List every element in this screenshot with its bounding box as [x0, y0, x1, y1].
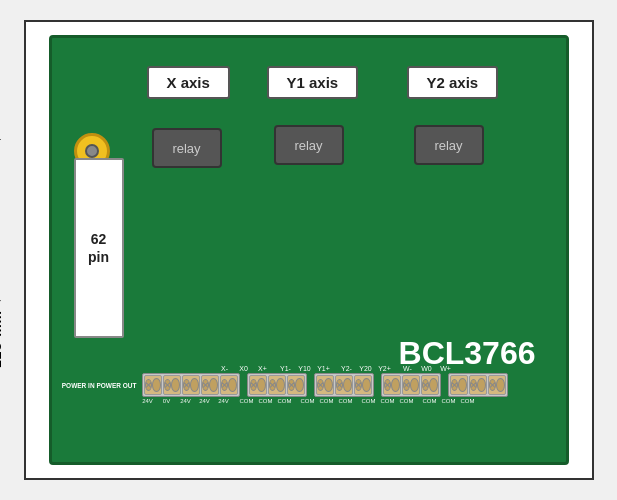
term-screw [144, 375, 162, 395]
dimension-indicator: 128 mm [0, 132, 4, 368]
relay-x-button[interactable]: relay [152, 128, 222, 168]
bottom-label-com11: COM [440, 398, 458, 404]
pin-label: 62 pin [88, 230, 109, 266]
arrow-up-icon [0, 132, 1, 140]
label-y20: Y20 [357, 365, 375, 372]
bottom-label-com8: COM [379, 398, 397, 404]
label-y1plus: Y1+ [315, 365, 333, 372]
terminals-area: X- X0 X+ Y1- Y10 Y1+ Y2- Y20 Y2+ [57, 352, 561, 457]
label-y2minus: Y2- [338, 365, 356, 372]
label-wplus: W+ [437, 365, 455, 372]
bottom-label-com1: COM [238, 398, 256, 404]
bottom-label-com10: COM [421, 398, 439, 404]
bottom-label-24v2: 24V [177, 398, 195, 404]
relay-y1-button[interactable]: relay [274, 125, 344, 165]
term-screw [182, 375, 200, 395]
label-y1minus: Y1- [277, 365, 295, 372]
term-screw [287, 375, 305, 395]
label-w0: W0 [418, 365, 436, 372]
term-screw [316, 375, 334, 395]
relay-y2-button[interactable]: relay [414, 125, 484, 165]
dimension-label: 128 mm [0, 310, 4, 368]
bottom-label-com12: COM [459, 398, 477, 404]
term-screw [354, 375, 372, 395]
outer-frame: 128 mm X axis Y1 axis Y2 axis relay rela… [24, 20, 594, 480]
term-screw [383, 375, 401, 395]
term-screw [335, 375, 353, 395]
bottom-label-com5: COM [318, 398, 336, 404]
power-terminal-block [142, 373, 240, 397]
label-x0: X0 [235, 365, 253, 372]
term-screw [249, 375, 267, 395]
label-y10: Y10 [296, 365, 314, 372]
x-axis-label: X axis [147, 66, 230, 99]
term-screw [163, 375, 181, 395]
bottom-label-com3: COM [276, 398, 294, 404]
bottom-label-0v: 0V [158, 398, 176, 404]
term-screw [220, 375, 238, 395]
y2-axis-label: Y2 axis [407, 66, 499, 99]
bottom-label-com4: COM [299, 398, 317, 404]
label-xminus: X- [216, 365, 234, 372]
arrow-down-icon [0, 300, 1, 308]
term-screw [201, 375, 219, 395]
pcb-board: X axis Y1 axis Y2 axis relay relay relay… [49, 35, 569, 465]
bottom-label-com2: COM [257, 398, 275, 404]
term-screw [450, 375, 468, 395]
y1-terminal-block [314, 373, 374, 397]
y2-terminal-block [381, 373, 441, 397]
bottom-label-com6: COM [337, 398, 355, 404]
bottom-label-24v: 24V [139, 398, 157, 404]
term-screw [488, 375, 506, 395]
label-xplus: X+ [254, 365, 272, 372]
term-screw [402, 375, 420, 395]
term-screw [469, 375, 487, 395]
label-wminus: W- [399, 365, 417, 372]
x-terminal-block [247, 373, 307, 397]
power-section-label: POWER IN POWER OUT [62, 382, 140, 389]
term-screw [421, 375, 439, 395]
bottom-label-com7: COM [360, 398, 378, 404]
connector-center [85, 144, 99, 158]
y1-axis-label: Y1 axis [267, 66, 359, 99]
pin-connector: 62 pin [74, 158, 124, 338]
label-y2plus: Y2+ [376, 365, 394, 372]
w-terminal-block [448, 373, 508, 397]
bottom-label-com9: COM [398, 398, 416, 404]
bottom-label-24v4: 24V [215, 398, 233, 404]
bottom-label-24v3: 24V [196, 398, 214, 404]
term-screw [268, 375, 286, 395]
